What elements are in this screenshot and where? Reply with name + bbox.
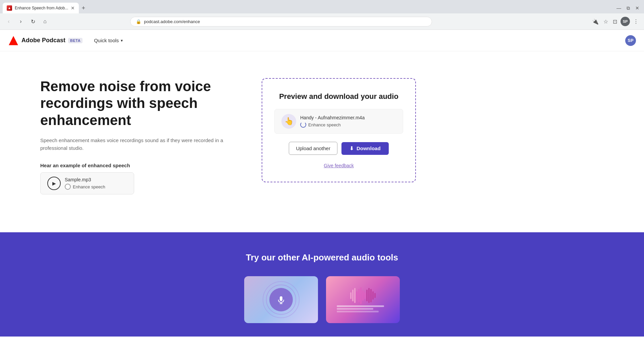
- profile-icon[interactable]: ⊡: [611, 17, 619, 26]
- hero-section: Remove noise from voice recordings with …: [40, 78, 241, 194]
- tab-favicon: [7, 5, 12, 11]
- app-name: Adobe Podcast: [21, 37, 65, 44]
- enhance-status-label: Enhance speech: [308, 122, 341, 127]
- enhance-tool-card[interactable]: [326, 276, 400, 323]
- give-feedback-link[interactable]: Give feedback: [324, 163, 354, 168]
- user-avatar[interactable]: SP: [625, 35, 636, 46]
- bookmark-icon[interactable]: ☆: [602, 17, 609, 26]
- hear-example-label: Hear an example of enhanced speech: [40, 163, 241, 168]
- forward-button[interactable]: ›: [16, 17, 25, 26]
- more-menu-icon[interactable]: ⋮: [632, 17, 640, 26]
- tab-bar: Enhance Speech from Adob... ✕ + — ⧉ ✕: [0, 0, 644, 13]
- url-bar[interactable]: 🔒 podcast.adobe.com/enhance: [130, 17, 432, 26]
- hero-title: Remove noise from voice recordings with …: [40, 78, 241, 129]
- address-bar: ‹ › ↻ ⌂ 🔒 podcast.adobe.com/enhance 🔌 ☆ …: [0, 13, 644, 29]
- url-text: podcast.adobe.com/enhance: [144, 19, 426, 24]
- home-button[interactable]: ⌂: [40, 17, 50, 26]
- beta-badge: BETA: [68, 38, 83, 43]
- extensions-icon[interactable]: 🔌: [591, 17, 600, 26]
- preview-title: Preview and download your audio: [279, 92, 398, 101]
- window-controls: — ⧉ ✕: [614, 5, 644, 12]
- lock-icon: 🔒: [136, 19, 141, 24]
- pointer-cursor-icon: 👆: [284, 117, 293, 126]
- new-tab-button[interactable]: +: [79, 3, 88, 13]
- chevron-down-icon: ▾: [121, 38, 123, 43]
- audio-file-row: 👆 Handy - Aufnahmezimmer.m4a Enhance spe…: [274, 109, 403, 134]
- active-tab[interactable]: Enhance Speech from Adob... ✕: [3, 3, 79, 13]
- main-content: Remove noise from voice recordings with …: [0, 51, 644, 232]
- microphone-icon: [276, 295, 286, 304]
- hero-description: Speech enhancement makes voice recording…: [40, 137, 241, 152]
- loading-spinner-icon: [300, 122, 306, 128]
- ripple-animation: [268, 286, 294, 313]
- tab-title: Enhance Speech from Adob...: [15, 6, 68, 10]
- text-lines: [337, 305, 389, 312]
- window-minimize[interactable]: —: [614, 5, 623, 11]
- download-label: Download: [357, 145, 381, 151]
- quick-tools-label: Quick tools: [94, 38, 119, 43]
- sample-player: ▶ Sample.mp3 Enhance speech: [40, 172, 134, 194]
- podcast-tool-card[interactable]: [244, 276, 318, 323]
- sample-filename: Sample.mp3: [65, 177, 105, 182]
- browser-chrome: Enhance Speech from Adob... ✕ + — ⧉ ✕ ‹ …: [0, 0, 644, 30]
- audio-file-info: Handy - Aufnahmezimmer.m4a Enhance speec…: [300, 115, 365, 128]
- svg-rect-2: [280, 296, 282, 301]
- toggle-circle: [65, 184, 71, 190]
- download-button[interactable]: ⬇ Download: [341, 142, 389, 155]
- svg-marker-0: [8, 7, 10, 9]
- waveform-bars: [350, 287, 376, 304]
- bottom-section: Try our other AI-powered audio tools: [0, 232, 644, 337]
- app-header: Adobe Podcast BETA Quick tools ▾ SP: [0, 30, 644, 51]
- preview-panel: Preview and download your audio 👆 Handy …: [262, 78, 416, 182]
- adobe-logo-icon: [8, 35, 19, 46]
- tools-grid: [40, 276, 604, 323]
- quick-tools-button[interactable]: Quick tools ▾: [91, 36, 126, 45]
- window-close[interactable]: ✕: [633, 5, 641, 11]
- enhance-label: Enhance speech: [73, 184, 105, 189]
- audio-play-button[interactable]: 👆: [281, 114, 296, 129]
- reload-button[interactable]: ↻: [28, 17, 38, 26]
- back-button[interactable]: ‹: [4, 17, 13, 26]
- download-icon: ⬇: [350, 145, 354, 152]
- preview-actions: Upload another ⬇ Download: [274, 142, 403, 155]
- audio-enhance-status: Enhance speech: [300, 122, 365, 128]
- browser-profile[interactable]: SP: [621, 17, 630, 26]
- window-restore[interactable]: ⧉: [625, 5, 632, 12]
- svg-marker-1: [9, 36, 18, 45]
- tab-close-button[interactable]: ✕: [71, 5, 75, 11]
- sample-play-button[interactable]: ▶: [47, 177, 61, 190]
- upload-another-button[interactable]: Upload another: [289, 142, 337, 155]
- browser-actions: 🔌 ☆ ⊡ SP ⋮: [591, 17, 640, 26]
- sample-info: Sample.mp3 Enhance speech: [65, 177, 105, 190]
- bottom-section-title: Try our other AI-powered audio tools: [40, 252, 604, 263]
- enhance-toggle: Enhance speech: [65, 184, 105, 190]
- audio-filename: Handy - Aufnahmezimmer.m4a: [300, 115, 365, 120]
